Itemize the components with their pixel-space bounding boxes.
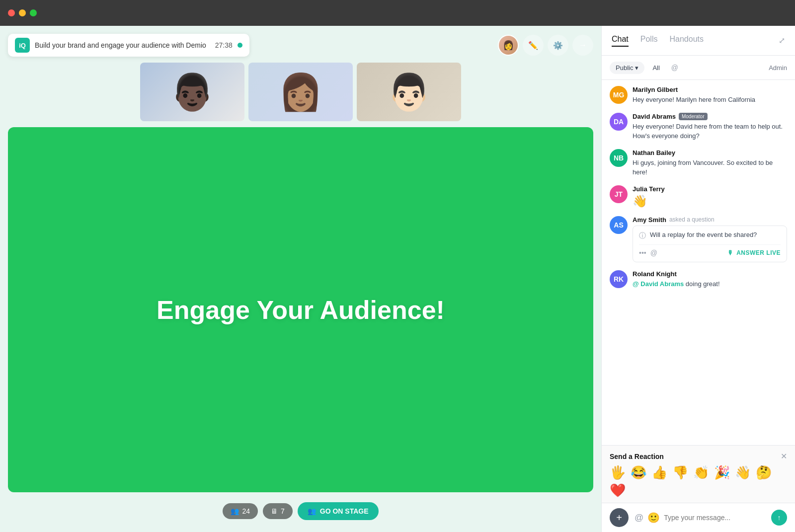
reaction-panel: Send a Reaction ✕ 🖐️ 😂 👍 👎 👏 🎉 👋 🤔 ❤️ [602, 445, 795, 503]
share-button[interactable]: → [572, 35, 593, 56]
reaction-emoji-party[interactable]: 🎉 [714, 466, 730, 479]
tab-chat[interactable]: Chat [612, 35, 629, 47]
presenter-thumb-2[interactable]: 👩🏽 [248, 63, 353, 121]
message-david: DA David Abrams Moderator Hey everyone! … [610, 113, 787, 141]
reaction-emoji-laugh[interactable]: 😂 [631, 466, 646, 479]
filter-at-button[interactable]: @ [668, 61, 682, 75]
reaction-header: Send a Reaction ✕ [610, 452, 787, 461]
top-controls: 👩 ✏️ ⚙️ → [498, 35, 593, 56]
avatar-julia: JT [610, 185, 628, 203]
msg-text-nathan: Hi guys, joining from Vancouver. So exci… [633, 158, 787, 177]
traffic-lights [8, 9, 37, 16]
reaction-emoji-thumbsup[interactable]: 👍 [651, 466, 667, 479]
message-body-nathan: Nathan Bailey Hi guys, joining from Vanc… [633, 149, 787, 177]
message-julia: JT Julia Terry 👋 [610, 185, 787, 208]
session-info: iQ Build your brand and engage your audi… [8, 34, 249, 57]
attendees-button[interactable]: 👥 24 [223, 503, 258, 519]
filter-public-label: Public [616, 64, 633, 72]
presenter-video-3: 👨🏻 [357, 63, 461, 121]
external-link-icon[interactable]: ⤢ [779, 36, 785, 45]
reaction-close-button[interactable]: ✕ [781, 452, 787, 461]
chat-header: Chat Polls Handouts ⤢ [602, 26, 795, 56]
mention-david: @ David Abrams [633, 280, 684, 288]
microphone-icon: 🎙 [727, 249, 734, 256]
chat-message-input[interactable] [664, 514, 767, 522]
close-button[interactable] [8, 9, 15, 16]
filter-all-label[interactable]: All [648, 62, 663, 74]
chevron-down-icon: ▾ [635, 64, 638, 72]
avatar-roland: RK [610, 270, 628, 288]
presentation-text: Engage Your Audience! [157, 295, 445, 325]
chat-input-area: + @ 🙂 ↑ [602, 503, 795, 532]
msg-text-marilyn: Hey everyone! Marilyn here from Californ… [633, 95, 787, 105]
top-bar: iQ Build your brand and engage your audi… [8, 34, 593, 57]
screens-button[interactable]: 🖥 7 [263, 503, 293, 519]
attendees-icon: 👥 [231, 507, 239, 515]
go-on-stage-button[interactable]: 👥 GO ON STAGE [298, 502, 379, 520]
moderator-badge: Moderator [679, 113, 708, 120]
msg-name-nathan: Nathan Bailey [633, 149, 675, 156]
tab-polls[interactable]: Polls [640, 35, 658, 47]
question-content: Will a replay for the event be shared? [650, 231, 757, 238]
msg-header-amy: Amy Smith asked a question [633, 216, 787, 224]
presenter-avatar: 👩 [498, 35, 519, 56]
reaction-emoji-heart[interactable]: ❤️ [610, 484, 626, 497]
settings-button[interactable]: ⚙️ [548, 35, 568, 56]
reaction-title: Send a Reaction [610, 453, 664, 460]
chat-add-button[interactable]: + [610, 508, 629, 527]
question-text-amy: ⓘ Will a replay for the event be shared? [639, 231, 781, 240]
msg-text-david: Hey everyone! David here from the team t… [633, 122, 787, 141]
question-mention-button[interactable]: @ [650, 249, 657, 257]
tab-handouts[interactable]: Handouts [669, 35, 704, 47]
reaction-emoji-wave[interactable]: 👋 [735, 466, 751, 479]
question-box-amy: ⓘ Will a replay for the event be shared?… [633, 226, 787, 262]
message-roland: RK Roland Knight @ David Abrams doing gr… [610, 270, 787, 289]
msg-header-nathan: Nathan Bailey [633, 149, 787, 156]
msg-action-amy: asked a question [669, 216, 715, 223]
reaction-emoji-clap[interactable]: 👏 [693, 466, 709, 479]
msg-header-roland: Roland Knight [633, 270, 787, 278]
answer-live-button[interactable]: 🎙 ANSWER LIVE [727, 249, 781, 256]
chat-at-button[interactable]: @ [635, 513, 643, 523]
message-body-marilyn: Marilyn Gilbert Hey everyone! Marilyn he… [633, 86, 787, 105]
chat-filter: Public ▾ All @ Admin [602, 56, 795, 80]
bottom-bar: 👥 24 🖥 7 👥 GO ON STAGE [8, 498, 593, 524]
presenters-row: 👨🏿 👩🏽 👨🏻 [8, 63, 593, 121]
filter-public-button[interactable]: Public ▾ [610, 62, 644, 74]
question-icon: ⓘ [639, 231, 646, 240]
chat-emoji-button[interactable]: 🙂 [647, 512, 660, 524]
avatar-nathan: NB [610, 149, 628, 167]
answer-live-label: ANSWER LIVE [736, 249, 781, 256]
question-more-button[interactable]: ••• [639, 249, 646, 257]
avatar-marilyn: MG [610, 86, 628, 104]
minimize-button[interactable] [19, 9, 26, 16]
edit-button[interactable]: ✏️ [523, 35, 544, 56]
chat-send-button[interactable]: ↑ [771, 510, 787, 526]
reaction-emoji-hand[interactable]: 🖐️ [610, 466, 626, 479]
chat-messages: MG Marilyn Gilbert Hey everyone! Marilyn… [602, 80, 795, 445]
reaction-emoji-thumbsdown[interactable]: 👎 [672, 466, 688, 479]
msg-name-david: David Abrams [633, 113, 676, 120]
live-indicator [238, 43, 242, 48]
msg-emoji-julia: 👋 [633, 194, 787, 208]
avatar-david: DA [610, 113, 628, 131]
msg-name-julia: Julia Terry [633, 185, 665, 193]
avatar-amy: AS [610, 216, 628, 234]
msg-name-roland: Roland Knight [633, 270, 677, 278]
message-body-amy: Amy Smith asked a question ⓘ Will a repl… [633, 216, 787, 262]
message-amy: AS Amy Smith asked a question ⓘ Will a r… [610, 216, 787, 262]
msg-header-julia: Julia Terry [633, 185, 787, 193]
presenter-thumb-1[interactable]: 👨🏿 [140, 63, 244, 121]
msg-name-marilyn: Marilyn Gilbert [633, 86, 678, 93]
title-bar [0, 0, 795, 26]
question-actions: ••• @ 🎙 ANSWER LIVE [639, 244, 781, 257]
presenter-thumb-3[interactable]: 👨🏻 [357, 63, 461, 121]
reaction-emoji-think[interactable]: 🤔 [756, 466, 772, 479]
session-title: Build your brand and engage your audienc… [35, 41, 206, 49]
filter-admin-label[interactable]: Admin [769, 64, 787, 72]
msg-header-marilyn: Marilyn Gilbert [633, 86, 787, 93]
fullscreen-button[interactable] [30, 9, 37, 16]
attendees-count: 24 [242, 507, 250, 515]
reaction-emojis: 🖐️ 😂 👍 👎 👏 🎉 👋 🤔 ❤️ [610, 466, 787, 497]
right-panel: Chat Polls Handouts ⤢ Public ▾ All @ Adm… [601, 26, 795, 532]
